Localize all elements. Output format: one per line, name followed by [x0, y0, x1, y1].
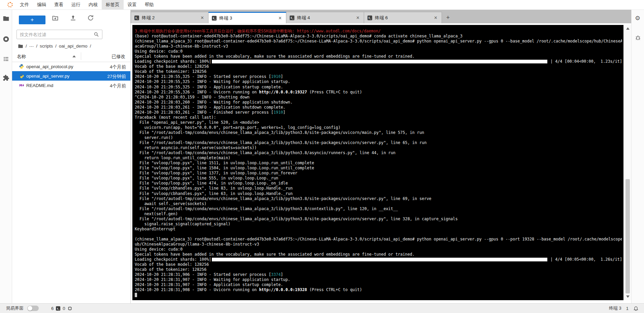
- left-sidebar-rail: [0, 10, 12, 303]
- terminal-line: KeyboardInterrupt: [135, 227, 622, 232]
- terminal-line: [135, 232, 622, 237]
- terminal-line: await self._serve(sockets): [135, 201, 622, 206]
- file-list: openai_api_protocol.py4个月前openai_api_ser…: [12, 62, 130, 90]
- tab-terminal-3[interactable]: $_终端 4×: [286, 12, 364, 23]
- terminal-line: File "/root/autodl-tmp/conda/envs/chines…: [135, 150, 622, 155]
- notification-count: 1: [626, 306, 629, 311]
- column-name-header[interactable]: 名称: [17, 54, 26, 60]
- breadcrumb-separator: /: [36, 44, 37, 49]
- file-filter-input[interactable]: [17, 30, 92, 39]
- active-context-label[interactable]: 终端 3: [609, 305, 621, 311]
- tab-label: 终端 2: [142, 15, 200, 21]
- terminal-icon: $_: [367, 16, 372, 20]
- terminal-line: File "uvloop/loop.pyx", line 474, in uvl…: [135, 181, 622, 186]
- column-divider: [81, 52, 81, 60]
- terminal-line: 2024-10-20 21:28:31,907 - INFO - Waiting…: [135, 277, 622, 282]
- breadcrumb-item[interactable]: ⋯: [29, 44, 34, 49]
- terminal-line: 2024-10-20 21:28:31,907 - INFO - Applica…: [135, 282, 622, 287]
- breadcrumb-separator: /: [26, 44, 27, 49]
- terminal-line: Using device: cuda:0: [135, 49, 622, 54]
- file-modified: 4个月前: [110, 64, 126, 70]
- property-inspector-gear-icon[interactable]: ⚙: [635, 15, 641, 21]
- terminal-icon: $_: [134, 16, 139, 20]
- progress-bar: [212, 60, 547, 63]
- menu-item-3[interactable]: 查看: [50, 0, 67, 9]
- scrollbar-thumb[interactable]: [625, 179, 630, 293]
- terminal-line: 2024-10-20 21:28:31,906 - INFO - Started…: [135, 272, 622, 277]
- terminal-line: 2024-10-20 21:28:03,261 - INFO - Finishe…: [135, 110, 622, 115]
- running-sessions-icon[interactable]: [3, 36, 9, 42]
- tab-close-icon[interactable]: ×: [355, 15, 360, 21]
- python-file-icon: [19, 64, 24, 69]
- terminal-line: 2024-10-20 21:20:55,325 - INFO - Started…: [135, 74, 622, 79]
- scroll-up-icon[interactable]: [626, 27, 630, 30]
- terminal-line: 3.终端中长期执行命令请使用screen等工具开后台运行，确保程序不受SSH连接…: [135, 29, 622, 34]
- menu-item-1[interactable]: 文件: [16, 0, 33, 9]
- new-launcher-button[interactable]: +: [19, 16, 45, 24]
- debugger-bug-icon[interactable]: [635, 35, 641, 41]
- file-browser-icon[interactable]: [3, 15, 9, 22]
- terminal-line: File "uvloop/cbhandles.pyx", line 63, in…: [135, 191, 622, 196]
- tab-close-icon[interactable]: ×: [278, 16, 283, 21]
- terminal-line: signal.raise_signal(captured_signal): [135, 222, 622, 227]
- menu-item-7[interactable]: 设置: [124, 0, 141, 9]
- menu-item-2[interactable]: 编辑: [33, 0, 50, 9]
- tab-label: 终端 3: [219, 15, 278, 21]
- file-name: openai_api_server.py: [26, 74, 69, 79]
- file-modified: 4个月前: [110, 83, 126, 89]
- table-of-contents-icon[interactable]: [3, 56, 9, 62]
- terminal-count-icon: $_: [56, 306, 60, 311]
- terminal-icon: $_: [290, 16, 294, 20]
- terminal-cursor: [135, 293, 137, 297]
- terminal-line: ^C2024-10-20 21:28:03,159 - INFO - Shutt…: [135, 95, 622, 100]
- extensions-puzzle-icon[interactable]: [3, 75, 9, 81]
- bell-icon[interactable]: [633, 306, 639, 311]
- tab-close-icon[interactable]: ×: [433, 15, 438, 21]
- menu-item-6[interactable]: 标签页: [102, 0, 124, 9]
- menu-item-4[interactable]: 运行: [67, 0, 85, 9]
- sort-ascending-icon: [72, 55, 76, 57]
- terminal-line: (chinese_llama_alpaca_3) root@autodl-con…: [135, 39, 622, 44]
- terminal-scrollbar[interactable]: [624, 25, 631, 300]
- folder-icon[interactable]: [18, 44, 23, 49]
- terminal-line: Vocab of the tokenizer: 128256: [135, 69, 622, 74]
- terminal-line: File "uvloop/loop.pyx", line 1504, in uv…: [135, 166, 622, 171]
- progress-bar: [212, 258, 547, 261]
- simple-ui-toggle[interactable]: [27, 306, 39, 311]
- new-folder-icon[interactable]: [52, 15, 59, 21]
- terminal-line: 2024-10-20 21:28:03,260 - INFO - Waiting…: [135, 100, 622, 105]
- tab-close-icon[interactable]: ×: [200, 15, 205, 21]
- tab-terminal-4[interactable]: $_终端 6×: [364, 12, 442, 23]
- terminal-line: [135, 292, 622, 297]
- breadcrumb-item[interactable]: oai_api_demo: [59, 44, 88, 49]
- tab-terminal-2[interactable]: $_终端 3×: [208, 12, 286, 23]
- terminal-line: File "uvloop/loop.pyx", line 1377, in uv…: [135, 171, 622, 176]
- upload-icon[interactable]: [70, 15, 76, 21]
- status-bar: 简易界面 6 $_ 0 终端 3 1: [0, 303, 644, 313]
- terminal-icon: $_: [212, 16, 217, 21]
- file-row[interactable]: openai_api_server.py27分钟前: [12, 71, 130, 81]
- tab-terminal-1[interactable]: $_终端 2×: [131, 12, 208, 23]
- menu-item-5[interactable]: 内核: [85, 0, 102, 9]
- terminal-line: (base) root@autodl-container-eded47b3e0-…: [135, 34, 622, 39]
- new-tab-button[interactable]: +: [442, 12, 454, 23]
- column-modified-header[interactable]: 已修改: [112, 54, 126, 60]
- kernel-count: 0: [63, 306, 65, 311]
- simple-ui-label: 简易界面: [6, 305, 24, 311]
- breadcrumb-item[interactable]: scripts: [40, 44, 53, 49]
- terminal-line: 2024-10-20 21:20:55,325 - INFO - Applica…: [135, 85, 622, 90]
- terminal-line: server.run(): [135, 135, 622, 140]
- file-row[interactable]: openai_api_protocol.py4个月前: [12, 62, 130, 71]
- terminal-line: Traceback (most recent call last):: [135, 115, 622, 120]
- file-filter-box: [17, 30, 102, 39]
- menu-item-8[interactable]: 帮助: [141, 0, 158, 9]
- refresh-icon[interactable]: [87, 15, 94, 21]
- search-icon: [94, 32, 99, 37]
- terminal-line: ub/ChineseAlpacaGroup/llama-3-chinese-8b…: [135, 242, 622, 247]
- terminal-line: File "/root/autodl-tmp/conda/envs/chines…: [135, 217, 622, 222]
- file-row[interactable]: README.md4个月前: [12, 81, 130, 90]
- terminal-line: (chinese_llama_alpaca_3) root@autodl-con…: [135, 237, 622, 242]
- scroll-down-icon[interactable]: [626, 295, 630, 298]
- terminal-output[interactable]: 3.终端中长期执行命令请使用screen等工具开后台运行，确保程序不受SSH连接…: [132, 25, 623, 300]
- terminal-line: File "uvloop/cbhandles.pyx", line 83, in…: [135, 186, 622, 191]
